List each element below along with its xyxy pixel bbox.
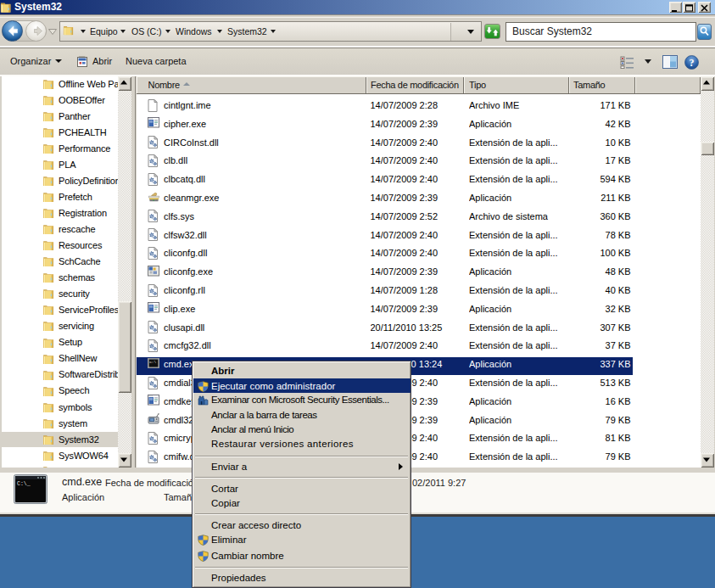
svg-text:?: ? <box>690 57 695 69</box>
svg-text:C:\_: C:\_ <box>17 481 31 487</box>
svg-text:C:\: C:\ <box>149 360 156 364</box>
